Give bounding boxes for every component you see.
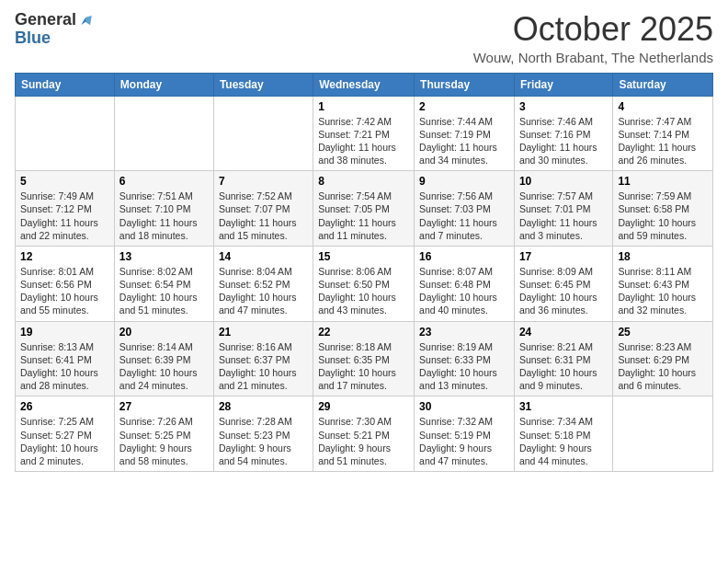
table-row: 26Sunrise: 7:25 AM Sunset: 5:27 PM Dayli… — [16, 396, 115, 472]
day-number: 1 — [318, 100, 409, 113]
day-number: 14 — [219, 250, 308, 263]
day-number: 15 — [318, 250, 409, 263]
day-number: 11 — [618, 175, 708, 188]
day-info: Sunrise: 8:18 AM Sunset: 6:35 PM Dayligh… — [318, 340, 409, 393]
table-row: 1Sunrise: 7:42 AM Sunset: 7:21 PM Daylig… — [313, 96, 415, 171]
day-number: 5 — [20, 175, 109, 188]
calendar: Sunday Monday Tuesday Wednesday Thursday… — [15, 73, 713, 472]
calendar-week-row: 1Sunrise: 7:42 AM Sunset: 7:21 PM Daylig… — [16, 96, 713, 171]
day-number: 23 — [419, 326, 509, 339]
day-info: Sunrise: 7:49 AM Sunset: 7:12 PM Dayligh… — [20, 190, 109, 242]
day-info: Sunrise: 8:16 AM Sunset: 6:37 PM Dayligh… — [219, 340, 308, 393]
day-number: 30 — [419, 400, 509, 413]
main-title: October 2025 — [473, 11, 713, 48]
header-row: Sunday Monday Tuesday Wednesday Thursday… — [16, 73, 713, 96]
day-info: Sunrise: 7:25 AM Sunset: 5:27 PM Dayligh… — [20, 415, 109, 467]
table-row: 10Sunrise: 7:57 AM Sunset: 7:01 PM Dayli… — [514, 171, 612, 247]
day-info: Sunrise: 7:34 AM Sunset: 5:18 PM Dayligh… — [519, 415, 608, 467]
calendar-week-row: 19Sunrise: 8:13 AM Sunset: 6:41 PM Dayli… — [16, 321, 713, 396]
day-info: Sunrise: 8:02 AM Sunset: 6:54 PM Dayligh… — [119, 265, 209, 317]
day-number: 24 — [519, 326, 608, 339]
day-number: 28 — [219, 400, 308, 413]
day-number: 19 — [20, 326, 109, 339]
table-row: 25Sunrise: 8:23 AM Sunset: 6:29 PM Dayli… — [613, 321, 713, 396]
day-info: Sunrise: 7:32 AM Sunset: 5:19 PM Dayligh… — [419, 415, 509, 467]
day-number: 9 — [419, 175, 509, 188]
table-row: 3Sunrise: 7:46 AM Sunset: 7:16 PM Daylig… — [514, 96, 612, 171]
header: General Blue October 2025 Wouw, North Br… — [15, 11, 713, 65]
page: General Blue October 2025 Wouw, North Br… — [0, 0, 728, 563]
svg-marker-1 — [85, 16, 92, 25]
day-info: Sunrise: 7:26 AM Sunset: 5:25 PM Dayligh… — [119, 415, 209, 467]
table-row: 18Sunrise: 8:11 AM Sunset: 6:43 PM Dayli… — [613, 246, 713, 321]
day-info: Sunrise: 8:11 AM Sunset: 6:43 PM Dayligh… — [618, 265, 708, 317]
calendar-week-row: 5Sunrise: 7:49 AM Sunset: 7:12 PM Daylig… — [16, 171, 713, 247]
logo: General Blue — [15, 11, 95, 48]
table-row: 13Sunrise: 8:02 AM Sunset: 6:54 PM Dayli… — [114, 246, 213, 321]
col-tuesday: Tuesday — [213, 73, 313, 96]
day-number: 27 — [119, 400, 209, 413]
day-number: 6 — [119, 175, 209, 188]
day-info: Sunrise: 8:21 AM Sunset: 6:31 PM Dayligh… — [519, 340, 608, 393]
table-row — [213, 96, 313, 171]
col-monday: Monday — [114, 73, 213, 96]
table-row — [114, 96, 213, 171]
day-number: 8 — [318, 175, 409, 188]
table-row: 9Sunrise: 7:56 AM Sunset: 7:03 PM Daylig… — [415, 171, 515, 247]
day-number: 4 — [618, 100, 708, 113]
table-row: 6Sunrise: 7:51 AM Sunset: 7:10 PM Daylig… — [114, 171, 213, 247]
day-info: Sunrise: 7:54 AM Sunset: 7:05 PM Dayligh… — [318, 190, 409, 242]
day-number: 25 — [618, 326, 708, 339]
table-row — [613, 396, 713, 472]
table-row: 14Sunrise: 8:04 AM Sunset: 6:52 PM Dayli… — [213, 246, 313, 321]
day-info: Sunrise: 7:52 AM Sunset: 7:07 PM Dayligh… — [219, 190, 308, 242]
logo-blue: Blue — [15, 29, 51, 48]
logo-bird-icon — [78, 14, 95, 27]
title-block: October 2025 Wouw, North Brabant, The Ne… — [473, 11, 713, 65]
day-info: Sunrise: 7:44 AM Sunset: 7:19 PM Dayligh… — [419, 115, 509, 167]
day-number: 20 — [119, 326, 209, 339]
day-info: Sunrise: 7:57 AM Sunset: 7:01 PM Dayligh… — [519, 190, 608, 242]
table-row: 11Sunrise: 7:59 AM Sunset: 6:58 PM Dayli… — [613, 171, 713, 247]
day-number: 26 — [20, 400, 109, 413]
table-row: 27Sunrise: 7:26 AM Sunset: 5:25 PM Dayli… — [114, 396, 213, 472]
calendar-week-row: 26Sunrise: 7:25 AM Sunset: 5:27 PM Dayli… — [16, 396, 713, 472]
table-row: 19Sunrise: 8:13 AM Sunset: 6:41 PM Dayli… — [16, 321, 115, 396]
day-number: 16 — [419, 250, 509, 263]
table-row: 24Sunrise: 8:21 AM Sunset: 6:31 PM Dayli… — [514, 321, 612, 396]
table-row: 2Sunrise: 7:44 AM Sunset: 7:19 PM Daylig… — [415, 96, 515, 171]
day-number: 12 — [20, 250, 109, 263]
table-row: 17Sunrise: 8:09 AM Sunset: 6:45 PM Dayli… — [514, 246, 612, 321]
day-info: Sunrise: 8:04 AM Sunset: 6:52 PM Dayligh… — [219, 265, 308, 317]
day-info: Sunrise: 8:19 AM Sunset: 6:33 PM Dayligh… — [419, 340, 509, 393]
day-info: Sunrise: 7:56 AM Sunset: 7:03 PM Dayligh… — [419, 190, 509, 242]
day-number: 18 — [618, 250, 708, 263]
day-info: Sunrise: 8:23 AM Sunset: 6:29 PM Dayligh… — [618, 340, 708, 393]
day-number: 21 — [219, 326, 308, 339]
calendar-week-row: 12Sunrise: 8:01 AM Sunset: 6:56 PM Dayli… — [16, 246, 713, 321]
table-row — [16, 96, 115, 171]
day-info: Sunrise: 7:28 AM Sunset: 5:23 PM Dayligh… — [219, 415, 308, 467]
col-thursday: Thursday — [415, 73, 515, 96]
day-info: Sunrise: 8:06 AM Sunset: 6:50 PM Dayligh… — [318, 265, 409, 317]
day-info: Sunrise: 7:51 AM Sunset: 7:10 PM Dayligh… — [119, 190, 209, 242]
day-number: 7 — [219, 175, 308, 188]
sub-title: Wouw, North Brabant, The Netherlands — [473, 50, 713, 65]
table-row: 29Sunrise: 7:30 AM Sunset: 5:21 PM Dayli… — [313, 396, 415, 472]
day-number: 17 — [519, 250, 608, 263]
table-row: 4Sunrise: 7:47 AM Sunset: 7:14 PM Daylig… — [613, 96, 713, 171]
day-info: Sunrise: 8:13 AM Sunset: 6:41 PM Dayligh… — [20, 340, 109, 393]
table-row: 21Sunrise: 8:16 AM Sunset: 6:37 PM Dayli… — [213, 321, 313, 396]
table-row: 15Sunrise: 8:06 AM Sunset: 6:50 PM Dayli… — [313, 246, 415, 321]
day-info: Sunrise: 7:42 AM Sunset: 7:21 PM Dayligh… — [318, 115, 409, 167]
col-friday: Friday — [514, 73, 612, 96]
day-info: Sunrise: 8:07 AM Sunset: 6:48 PM Dayligh… — [419, 265, 509, 317]
table-row: 30Sunrise: 7:32 AM Sunset: 5:19 PM Dayli… — [415, 396, 515, 472]
day-info: Sunrise: 8:01 AM Sunset: 6:56 PM Dayligh… — [20, 265, 109, 317]
table-row: 28Sunrise: 7:28 AM Sunset: 5:23 PM Dayli… — [213, 396, 313, 472]
day-number: 29 — [318, 400, 409, 413]
col-wednesday: Wednesday — [313, 73, 415, 96]
day-info: Sunrise: 7:30 AM Sunset: 5:21 PM Dayligh… — [318, 415, 409, 467]
day-number: 22 — [318, 326, 409, 339]
table-row: 31Sunrise: 7:34 AM Sunset: 5:18 PM Dayli… — [514, 396, 612, 472]
